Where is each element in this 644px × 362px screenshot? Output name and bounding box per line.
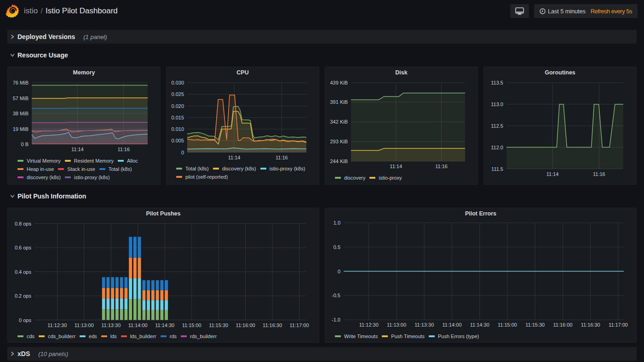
x-tick-label: 11:13:30 <box>414 322 434 328</box>
panel-title[interactable]: Memory <box>8 69 160 76</box>
y-tick-label: 0.4 ops <box>15 269 32 275</box>
legend-item[interactable]: Resident Memory <box>65 157 114 165</box>
breadcrumb-folder[interactable]: istio <box>24 6 38 15</box>
x-tick-label: 11:15:00 <box>498 322 517 328</box>
legend-item[interactable]: Write Timeouts <box>335 332 378 340</box>
bar-segment-lds <box>111 288 114 299</box>
chevron-down-icon <box>10 194 15 198</box>
legend-item[interactable]: Total (k8s) <box>176 164 209 173</box>
panel-title[interactable]: Pilot Pushes <box>8 210 319 217</box>
legend-swatch-icon <box>65 160 71 162</box>
panel-goroutines: Goroutines111.5112.0112.5113.0113.511:14… <box>483 67 637 185</box>
legend-swatch-icon <box>176 176 182 178</box>
row-deployed-versions[interactable]: Deployed Versions (1 panel) <box>7 30 637 44</box>
row-pilot-push-information[interactable]: Pilot Push Information <box>7 185 637 208</box>
bar-segment-eds <box>129 278 132 299</box>
legend-item[interactable]: Push Errors (type) <box>429 332 479 340</box>
panel-pilot_errors: Pilot Errors-1.0-0.500.51.011:12:3011:13… <box>325 208 637 343</box>
x-tick-label: 11:14:00 <box>128 322 148 328</box>
legend-item[interactable]: rds <box>161 332 177 340</box>
bar-segment-cds <box>147 310 150 320</box>
chart-pilot_pushes[interactable]: 0 ops0.2 ops0.4 ops0.6 ops0.8 ops11:12:3… <box>8 208 319 342</box>
legend-item[interactable]: discovery (k8s) <box>213 164 256 173</box>
legend-row: Virtual MemoryResident MemoryAlloc <box>17 157 158 165</box>
cycle-view-mode-button[interactable] <box>510 4 529 18</box>
chart-disk[interactable]: 244 KiB293 KiB342 KiB391 KiB439 KiB11:14… <box>325 67 477 184</box>
time-range-picker[interactable]: Last 5 minutes Refresh every 5s <box>534 4 638 18</box>
legend-item[interactable]: discovery (k8s) <box>17 173 61 181</box>
legend-label: pilot (self-reported) <box>185 173 228 181</box>
bar-segment-rds <box>143 280 146 290</box>
page-title[interactable]: Istio Pilot Dashboard <box>46 6 118 15</box>
legend-item[interactable]: eds <box>80 332 97 340</box>
legend-swatch-icon <box>17 176 23 178</box>
legend-item[interactable]: istio-proxy (k8s) <box>260 164 305 173</box>
legend-swatch-icon <box>65 176 71 178</box>
bar-segment-cds <box>156 310 159 320</box>
legend-item[interactable]: cds <box>17 332 34 340</box>
y-tick-label: 38 MiB <box>13 111 29 116</box>
legend-swatch-icon <box>17 160 23 162</box>
row-resource-usage[interactable]: Resource Usage <box>7 44 637 67</box>
panel-title[interactable]: Goroutines <box>484 69 636 76</box>
legend-swatch-icon <box>176 168 182 170</box>
panel-title[interactable]: Pilot Errors <box>325 210 636 217</box>
row-title: Resource Usage <box>17 51 68 59</box>
bar-segment-cds <box>133 299 137 320</box>
bar-segment-rds <box>125 277 128 288</box>
panel-title[interactable]: Disk <box>325 69 477 76</box>
legend-row: Heap in-useStack in-useTotal (k8s) <box>17 165 158 173</box>
y-tick-label: 0.2 ops <box>15 293 32 299</box>
legend-item[interactable]: Stack in-use <box>58 165 95 173</box>
bar-segment-lds <box>147 290 150 300</box>
x-tick-label: 11:14:30 <box>470 322 489 328</box>
bar-segment-rds <box>120 277 123 288</box>
series-fill-goroutines <box>506 104 623 169</box>
y-tick-label: 0.025 <box>171 91 184 97</box>
x-tick-label: 11:12:30 <box>359 322 379 328</box>
row-title: Pilot Push Information <box>17 192 86 200</box>
legend-item[interactable]: Virtual Memory <box>17 157 61 165</box>
refresh-interval-label[interactable]: Refresh every 5s <box>591 8 632 15</box>
row-chevron <box>7 34 17 39</box>
x-tick-label: 11:16:00 <box>553 322 572 328</box>
legend-item[interactable]: Total (k8s) <box>99 165 132 173</box>
breadcrumb: istio/Istio Pilot Dashboard <box>24 6 118 16</box>
bar-segment-rds <box>165 280 168 290</box>
bar-segment-lds <box>165 290 168 300</box>
bar-segment-cds <box>115 309 119 320</box>
legend-label: discovery (k8s) <box>222 164 256 173</box>
legend-swatch-icon <box>121 335 127 337</box>
chart-pilot_errors[interactable]: -1.0-0.500.51.011:12:3011:13:0011:13:301… <box>325 208 636 342</box>
y-tick-label: 0 ops <box>19 317 31 323</box>
chevron-right-icon <box>10 34 15 39</box>
bar-segment-lds <box>125 288 128 299</box>
bar-segment-eds <box>156 300 159 310</box>
legend-label: discovery <box>344 174 365 182</box>
chart-goroutines[interactable]: 111.5112.0112.5113.0113.511:1411:16 <box>484 67 636 184</box>
legend-item[interactable]: lds <box>101 332 117 340</box>
legend-swatch-icon <box>17 335 23 337</box>
y-tick-label: -1.0 <box>332 317 340 322</box>
legend-item[interactable]: discovery <box>335 174 365 182</box>
legend-item[interactable]: istio-proxy (k8s) <box>65 173 110 181</box>
panel-cpu: CPU00.0050.0100.0150.0200.0250.03011:141… <box>166 67 319 185</box>
x-tick-label: 11:14 <box>228 155 241 160</box>
legend-swatch-icon <box>382 335 388 337</box>
bar-segment-rds <box>107 277 110 288</box>
x-tick-label: 11:16:30 <box>263 322 282 328</box>
legend-item[interactable]: lds_builderr <box>121 332 156 340</box>
legend-item[interactable]: rds_builderr <box>181 332 217 340</box>
legend-item[interactable]: cds_builderr <box>39 332 75 340</box>
legend-item[interactable]: Alloc <box>118 157 138 165</box>
legend-item[interactable]: pilot (self-reported) <box>176 173 228 181</box>
legend-item[interactable]: Heap in-use <box>17 165 54 173</box>
legend-label: eds <box>89 332 97 340</box>
legend-item[interactable]: istio-proxy <box>369 174 402 182</box>
row-xds[interactable]: xDS (10 panels) <box>7 347 637 361</box>
legend-swatch-icon <box>58 168 64 170</box>
legend-label: Resident Memory <box>74 157 114 165</box>
panel-title[interactable]: CPU <box>167 69 319 76</box>
bar-segment-eds <box>102 299 105 309</box>
legend-item[interactable]: Push Timeouts <box>382 332 425 340</box>
